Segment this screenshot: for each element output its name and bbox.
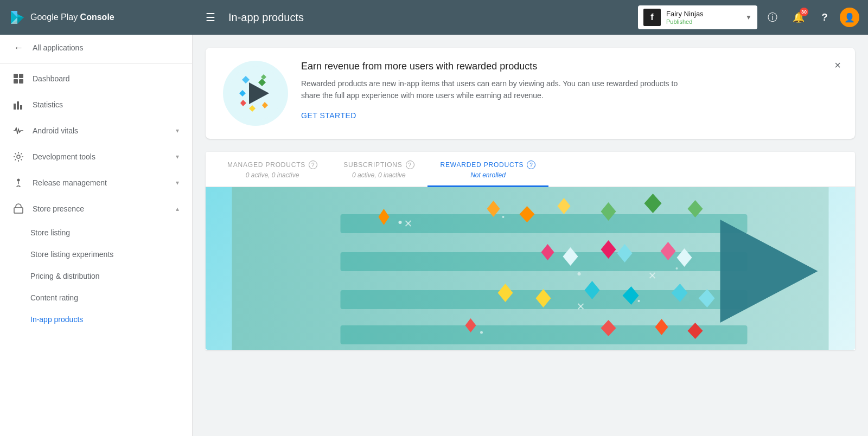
play-console-logo-icon: [9, 9, 26, 26]
svg-point-52: [399, 221, 402, 224]
sidebar-item-label-statistics: Statistics: [33, 100, 179, 109]
sidebar-sub-item-in-app-products[interactable]: In-app products: [0, 309, 192, 330]
svg-rect-8: [14, 104, 16, 110]
sidebar-divider-1: [0, 63, 192, 63]
help-button[interactable]: ?: [814, 7, 835, 28]
promo-banner: × Earn revenue from mor: [206, 48, 855, 139]
sidebar-item-android-vitals[interactable]: Android vitals ▾: [0, 118, 192, 144]
avatar-letter: 👤: [844, 12, 855, 23]
promo-illustration-icon: [228, 66, 283, 120]
app-status: Published: [666, 18, 740, 25]
sidebar-sub-item-pricing-distribution[interactable]: Pricing & distribution: [0, 265, 192, 287]
tab-subscriptions-sub: 0 active, 0 inactive: [352, 171, 406, 179]
header-center: ☰ In-app products: [201, 7, 638, 28]
svg-point-53: [502, 216, 505, 218]
tab-subscriptions-label: SUBSCRIPTIONS ?: [343, 161, 414, 169]
svg-point-54: [578, 272, 581, 275]
svg-point-55: [638, 300, 640, 302]
header-right: f Fairy Ninjas Published ▼ ⓘ 🔔 30 ? 👤: [638, 5, 859, 29]
notifications-button[interactable]: 🔔 30: [788, 7, 809, 28]
release-expand-icon: ▾: [176, 179, 179, 187]
svg-point-11: [17, 155, 20, 158]
sidebar-sub-label-in-app-products: In-app products: [30, 315, 83, 324]
info-icon: ⓘ: [768, 11, 777, 24]
sidebar-sub-item-store-listing[interactable]: Store listing: [0, 222, 192, 243]
sidebar-item-label-android-vitals: Android vitals: [33, 126, 167, 135]
rewarded-products-illustration: [206, 187, 855, 350]
tab-managed-products-sub: 0 active, 0 inactive: [246, 171, 299, 179]
android-vitals-icon: [13, 125, 24, 136]
sidebar-item-label-release: Release management: [33, 178, 167, 187]
header-left: Google Play Console: [9, 9, 201, 26]
hamburger-button[interactable]: ☰: [201, 7, 220, 28]
svg-rect-24: [341, 214, 748, 233]
rewarded-products-help-icon[interactable]: ?: [527, 161, 535, 169]
sidebar-sub-label-store-listing: Store listing: [30, 228, 70, 237]
dashboard-icon: [13, 73, 24, 84]
sidebar-item-dashboard[interactable]: Dashboard: [0, 66, 192, 92]
promo-description: Rewarded products are new in-app items t…: [301, 78, 681, 102]
tabs-container: MANAGED PRODUCTS ? 0 active, 0 inactive …: [206, 152, 855, 350]
sidebar-sub-item-content-rating[interactable]: Content rating: [0, 287, 192, 309]
tab-rewarded-products-label: REWARDED PRODUCTS ?: [441, 161, 536, 169]
svg-point-56: [480, 331, 483, 334]
promo-image: [223, 61, 288, 126]
promo-content: Earn revenue from more users with reward…: [301, 61, 838, 120]
tab-rewarded-products[interactable]: REWARDED PRODUCTS ? Not enrolled: [427, 152, 549, 187]
tab-rewarded-products-sub: Not enrolled: [470, 171, 506, 179]
promo-title: Earn revenue from more users with reward…: [301, 61, 838, 72]
sidebar-item-statistics[interactable]: Statistics: [0, 92, 192, 118]
svg-rect-27: [341, 325, 748, 344]
statistics-icon: [13, 99, 24, 110]
svg-rect-7: [19, 79, 23, 84]
sidebar-sub-label-content-rating: Content rating: [30, 293, 78, 302]
svg-rect-5: [19, 74, 23, 78]
subscriptions-help-icon[interactable]: ?: [406, 161, 414, 169]
svg-rect-13: [14, 208, 23, 213]
tab-managed-products[interactable]: MANAGED PRODUCTS ? 0 active, 0 inactive: [214, 152, 330, 187]
store-presence-expand-icon: ▴: [176, 205, 179, 213]
svg-rect-9: [17, 101, 19, 110]
svg-rect-6: [14, 79, 18, 84]
sidebar-sub-item-store-listing-experiments[interactable]: Store listing experiments: [0, 243, 192, 265]
back-arrow-icon: ←: [13, 42, 24, 53]
notification-badge: 30: [800, 8, 808, 16]
tabs-row: MANAGED PRODUCTS ? 0 active, 0 inactive …: [206, 152, 855, 187]
app-name: Fairy Ninjas: [666, 10, 740, 19]
help-icon: ?: [822, 12, 828, 23]
svg-rect-4: [14, 74, 18, 78]
app-selector[interactable]: f Fairy Ninjas Published ▼: [638, 5, 757, 29]
svg-point-57: [676, 267, 678, 270]
app-info: Fairy Ninjas Published: [666, 10, 740, 25]
logo-area: Google Play Console: [9, 9, 114, 26]
sidebar-item-label-store-presence: Store presence: [33, 204, 167, 213]
promo-cta-link[interactable]: GET STARTED: [301, 111, 356, 120]
sidebar-item-label-dashboard: Dashboard: [33, 74, 179, 83]
sidebar-item-all-applications[interactable]: ← All applications: [0, 35, 192, 61]
sidebar-sub-label-experiments: Store listing experiments: [30, 250, 113, 259]
svg-point-12: [17, 179, 20, 182]
dropdown-arrow-icon: ▼: [745, 14, 752, 21]
store-presence-icon: [13, 203, 24, 214]
dev-tools-expand-icon: ▾: [176, 153, 179, 161]
svg-marker-2: [17, 17, 24, 24]
sidebar-item-development-tools[interactable]: Development tools ▾: [0, 144, 192, 170]
sidebar-item-label-dev-tools: Development tools: [33, 152, 167, 161]
main-layout: ← All applications Dashboard Statistics …: [0, 35, 868, 436]
android-vitals-expand-icon: ▾: [176, 127, 179, 134]
sidebar-item-store-presence[interactable]: Store presence ▴: [0, 196, 192, 222]
release-icon: [13, 177, 24, 188]
sidebar-item-release-management[interactable]: Release management ▾: [0, 170, 192, 196]
user-avatar[interactable]: 👤: [840, 8, 859, 27]
sidebar-item-label-all-apps: All applications: [33, 43, 179, 52]
managed-products-help-icon[interactable]: ?: [309, 161, 317, 169]
dev-tools-icon: [13, 151, 24, 162]
illustration-area: [206, 187, 855, 350]
top-header: Google Play Console ☰ In-app products f …: [0, 0, 868, 35]
page-title: In-app products: [228, 11, 304, 24]
sidebar-sub-label-pricing: Pricing & distribution: [30, 272, 100, 280]
promo-close-button[interactable]: ×: [829, 56, 846, 74]
tab-subscriptions[interactable]: SUBSCRIPTIONS ? 0 active, 0 inactive: [330, 152, 427, 187]
app-icon: f: [643, 9, 661, 26]
info-button[interactable]: ⓘ: [762, 7, 783, 28]
